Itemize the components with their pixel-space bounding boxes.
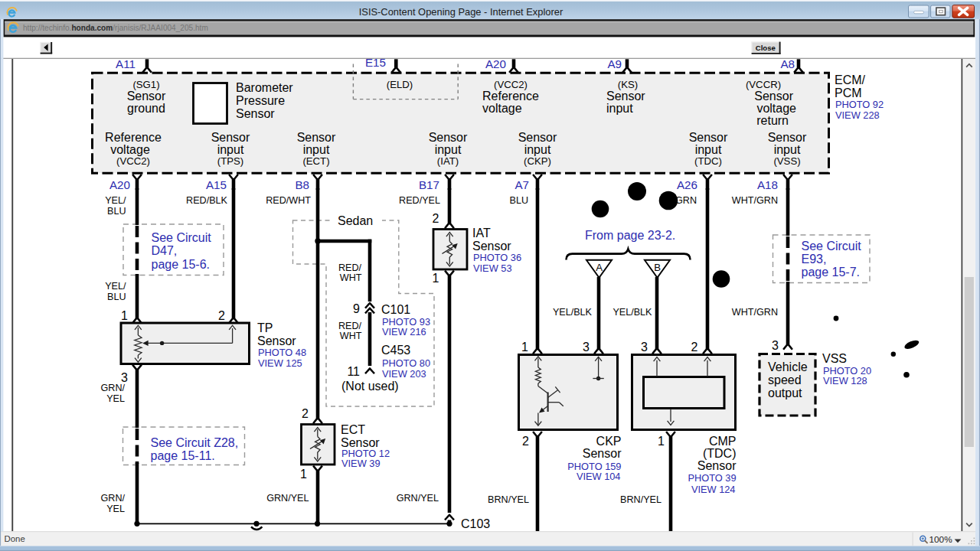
svg-text:See Circuit: See Circuit [152, 231, 212, 244]
svg-text:input: input [303, 143, 330, 156]
svg-text:Vehicle: Vehicle [768, 360, 808, 373]
svg-text:A26: A26 [677, 178, 697, 191]
svg-text:2: 2 [302, 407, 309, 420]
svg-text:3: 3 [772, 339, 779, 352]
svg-text:See Circuit Z28,: See Circuit Z28, [151, 436, 239, 449]
svg-text:3: 3 [121, 371, 128, 384]
svg-text:(TDC): (TDC) [703, 447, 737, 460]
svg-text:return: return [756, 114, 789, 127]
svg-text:A15: A15 [206, 178, 227, 191]
svg-text:ECM/: ECM/ [835, 73, 866, 86]
svg-text:(VSS): (VSS) [773, 155, 800, 167]
svg-text:YEL: YEL [106, 504, 125, 514]
svg-text:input: input [774, 143, 801, 156]
svg-text:Sensor: Sensor [768, 131, 807, 144]
svg-text:BRN/YEL: BRN/YEL [620, 494, 662, 505]
svg-text:RED/: RED/ [338, 321, 362, 331]
svg-text:(VCC2): (VCC2) [116, 155, 150, 167]
svg-text:VIEW 203: VIEW 203 [382, 368, 426, 380]
svg-text:(Not used): (Not used) [341, 380, 399, 393]
svg-text:1: 1 [658, 435, 665, 448]
svg-text:VIEW 125: VIEW 125 [258, 357, 302, 369]
svg-text:100%: 100% [929, 534, 953, 545]
svg-text:VIEW 128: VIEW 128 [823, 375, 867, 386]
svg-text:Sensor: Sensor [697, 459, 737, 472]
svg-text:3: 3 [583, 341, 590, 354]
svg-text:ECT: ECT [341, 423, 365, 436]
svg-text:GRN/: GRN/ [101, 493, 126, 504]
svg-text:VIEW 216: VIEW 216 [382, 326, 426, 337]
svg-text:Sedan: Sedan [338, 214, 373, 227]
svg-text:input: input [606, 102, 633, 115]
svg-text:PCM: PCM [835, 86, 862, 99]
svg-text:2: 2 [218, 309, 225, 322]
svg-text:Sensor: Sensor [211, 131, 250, 144]
svg-text:(CKP): (CKP) [524, 155, 551, 167]
svg-text:2: 2 [433, 212, 439, 225]
svg-text:2: 2 [691, 341, 698, 354]
svg-text:page 15-7.: page 15-7. [802, 266, 861, 279]
svg-text:WHT: WHT [340, 272, 362, 283]
svg-text:YEL/BLK: YEL/BLK [553, 307, 593, 318]
svg-text:B8: B8 [295, 178, 309, 191]
svg-text:E15: E15 [365, 56, 386, 69]
svg-text:C103: C103 [461, 517, 490, 530]
svg-text:http://techinfo.honda.com/rjan: http://techinfo.honda.com/rjanisis/RJAAI… [23, 24, 208, 32]
svg-text:CMP: CMP [709, 435, 737, 448]
svg-text:ground: ground [127, 102, 165, 115]
svg-text:YEL/: YEL/ [105, 281, 126, 292]
svg-text:WHT/GRN: WHT/GRN [732, 195, 778, 206]
svg-text:VIEW 53: VIEW 53 [473, 262, 512, 274]
svg-text:Sensor: Sensor [754, 90, 793, 103]
svg-text:A: A [596, 262, 603, 273]
svg-text:A11: A11 [116, 57, 136, 70]
svg-text:See Circuit: See Circuit [802, 240, 862, 253]
svg-text:VIEW 39: VIEW 39 [341, 458, 381, 469]
svg-text:speed: speed [768, 373, 802, 386]
svg-text:YEL/: YEL/ [105, 195, 126, 206]
svg-text:Reference: Reference [482, 90, 539, 103]
svg-text:Sensor: Sensor [127, 90, 166, 103]
svg-text:RED/YEL: RED/YEL [399, 195, 440, 206]
svg-text:GRN/: GRN/ [101, 383, 126, 393]
svg-text:input: input [435, 143, 462, 156]
svg-text:B17: B17 [419, 178, 439, 191]
svg-text:Done: Done [5, 534, 25, 543]
svg-text:Sensor: Sensor [689, 131, 728, 144]
svg-text:Pressure: Pressure [236, 94, 285, 107]
svg-text:VIEW 124: VIEW 124 [691, 484, 736, 495]
svg-text:voltage: voltage [482, 102, 522, 115]
svg-text:A18: A18 [757, 178, 778, 191]
svg-text:PHOTO 39: PHOTO 39 [688, 472, 736, 484]
svg-text:Sensor: Sensor [606, 90, 645, 103]
svg-text:Barometer: Barometer [236, 81, 293, 94]
svg-text:1: 1 [300, 468, 307, 481]
svg-text:11: 11 [347, 365, 360, 378]
svg-text:1: 1 [121, 309, 128, 322]
svg-text:A20: A20 [109, 178, 130, 191]
svg-text:WHT: WHT [340, 331, 362, 341]
svg-text:VSS: VSS [822, 352, 847, 365]
svg-text:9: 9 [353, 302, 360, 315]
svg-text:Sensor: Sensor [257, 334, 296, 347]
svg-text:YEL/BLK: YEL/BLK [612, 307, 652, 318]
svg-text:Sensor: Sensor [297, 131, 336, 144]
svg-text:page 15-11.: page 15-11. [151, 449, 215, 462]
svg-text:input: input [217, 143, 244, 156]
svg-text:E93,: E93, [802, 253, 827, 266]
svg-text:C453: C453 [381, 344, 410, 357]
svg-text:1: 1 [433, 272, 439, 285]
svg-text:Sensor: Sensor [429, 131, 468, 144]
svg-text:(ECT): (ECT) [302, 155, 329, 167]
svg-text:page 15-6.: page 15-6. [152, 258, 211, 271]
svg-text:ISIS-Content Opening Page - In: ISIS-Content Opening Page - Internet Exp… [359, 6, 564, 18]
svg-text:From page 23-2.: From page 23-2. [585, 229, 675, 242]
svg-text:RED/WHT: RED/WHT [266, 195, 311, 206]
svg-text:A8: A8 [780, 57, 795, 70]
svg-text:BLU: BLU [510, 195, 529, 206]
svg-text:Sensor: Sensor [236, 107, 275, 120]
svg-text:BRN/YEL: BRN/YEL [488, 494, 529, 505]
svg-text:RED/: RED/ [338, 262, 362, 273]
svg-text:Sensor: Sensor [583, 447, 622, 460]
svg-text:GRN/YEL: GRN/YEL [266, 493, 309, 504]
